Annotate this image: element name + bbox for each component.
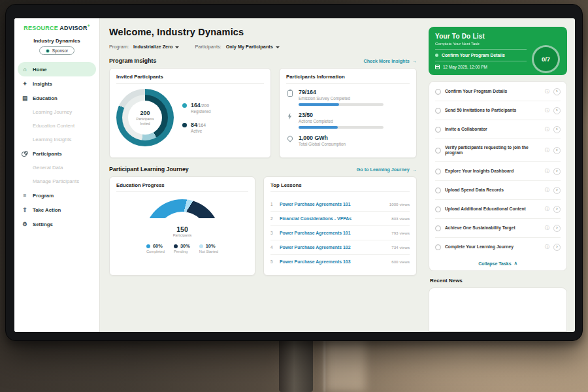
lesson-rank: 5 [270,259,274,264]
sponsor-badge[interactable]: Sponsor [39,46,75,55]
sidebar-item-home[interactable]: ⌂ Home [18,62,96,76]
legend-pct: 60% [153,243,163,249]
lesson-row: 5 Power Purchase Agreements 103 600views [270,255,410,269]
chevron-right-icon[interactable]: › [553,107,561,114]
program-select[interactable]: Industrialize Zero [133,44,179,50]
todo-progress-value: 0/7 [542,56,550,63]
donut-center-value: 200 [140,110,150,116]
todo-task-row[interactable]: Verify participants requesting to join t… [435,139,561,162]
lesson-rank: 4 [270,245,274,250]
sidebar-item-label: Take Action [33,207,61,213]
legend-label: Registered [191,109,210,114]
lesson-views: 803 [391,216,398,221]
check-more-insights-link[interactable]: Check More Insights → [364,58,417,64]
legend-item-completed: 60% Completed [146,243,165,253]
lesson-row: 2 Financial Considerations - VPPAs 803vi… [270,212,410,226]
info-icon[interactable]: ⓘ [545,147,549,154]
info-icon[interactable]: ⓘ [545,88,549,95]
task-checkbox[interactable] [435,108,441,114]
link-label: Check More Insights [364,58,410,64]
lesson-title-link[interactable]: Power Purchase Agreements 101 [280,231,385,235]
arrow-right-icon: → [412,167,417,172]
task-checkbox[interactable] [435,225,441,231]
task-checkbox[interactable] [435,169,441,174]
chevron-right-icon[interactable]: › [553,126,561,133]
lesson-title-link[interactable]: Power Purchase Agreements 101 [280,202,383,206]
info-row-actions: 23/50 Actions Completed [286,112,410,129]
lesson-title-link[interactable]: Financial Considerations - VPPAs [280,216,385,221]
chevron-up-icon: ∧ [514,261,517,266]
chevron-right-icon[interactable]: › [553,206,561,213]
task-label: Upload Spend Data Records [445,188,541,193]
chevron-right-icon[interactable]: › [553,168,561,175]
card-title: Education Progress [116,182,248,192]
sidebar-item-label: Education Content [33,123,74,129]
info-icon[interactable]: ⓘ [545,187,549,193]
sidebar-item-label: General Data [33,165,63,171]
legend-pct: 30% [180,243,190,249]
sidebar-nav: ⌂ Home ✦ Insights ▤ Education Learning J… [14,62,99,231]
sidebar-item-label: Settings [33,221,53,227]
logo-advisor: ADVISOR [59,25,87,31]
program-select-value: Industrialize Zero [133,44,172,50]
insights-cards-row: Invited Participants 200 Participants In… [109,68,417,158]
lesson-rank: 1 [270,202,274,206]
sidebar-item-program[interactable]: ≡ Program [14,188,99,203]
chevron-right-icon[interactable]: › [553,225,561,232]
recent-news-card [429,287,567,332]
task-checkbox[interactable] [435,206,441,212]
sidebar-item-participants[interactable]: Participants [14,146,99,161]
info-icon[interactable]: ⓘ [545,168,549,174]
chevron-right-icon[interactable]: › [553,187,561,194]
lesson-views: 734 [391,245,398,250]
chevron-right-icon[interactable]: › [553,244,561,251]
todo-task-row[interactable]: Send 50 Invitations to Participants ⓘ › [435,101,561,120]
todo-task-row[interactable]: Achieve One Sustainability Target ⓘ › [435,219,561,238]
lesson-title-link[interactable]: Power Purchase Agreements 102 [280,245,385,250]
task-checkbox[interactable] [435,127,441,133]
task-checkbox[interactable] [435,148,441,154]
sidebar-item-general-data[interactable]: General Data [14,161,99,174]
settings-icon: ⚙ [22,221,28,227]
chevron-right-icon[interactable]: › [553,88,561,95]
todo-task-row[interactable]: Upload Additional Educational Content ⓘ … [435,200,561,219]
lesson-rank: 3 [270,231,274,235]
info-icon[interactable]: ⓘ [545,107,549,114]
collapse-tasks-button[interactable]: Collapse Tasks ∧ [435,256,561,269]
sidebar-item-manage-participants[interactable]: Manage Participants [14,174,99,188]
info-icon[interactable]: ⓘ [545,225,549,231]
sidebar-item-label: Manage Participants [33,178,79,184]
logo-plus: + [88,24,90,28]
task-checkbox[interactable] [435,188,441,193]
sidebar-item-take-action[interactable]: ⇧ Take Action [14,203,99,217]
todo-task-row[interactable]: Upload Spend Data Records ⓘ › [435,181,561,200]
sidebar-item-label: Education [33,95,57,101]
program-insights-header: Program Insights Check More Insights → [109,57,417,64]
go-to-learning-journey-link[interactable]: Go to Learning Journey → [357,167,417,172]
participants-select[interactable]: Only My Participants [226,44,280,50]
sidebar-item-education-content[interactable]: Education Content [14,119,99,133]
legend-label: Not Started [199,250,218,253]
todo-task-row[interactable]: Invite a Collaborator ⓘ › [435,120,561,139]
task-checkbox[interactable] [435,244,441,250]
sidebar-item-learning-insights[interactable]: Learning Insights [14,133,99,146]
sidebar-item-settings[interactable]: ⚙ Settings [14,217,99,231]
card-title: Participants Information [286,74,410,84]
todo-task-row[interactable]: Confirm Your Program Details ⓘ › [435,82,561,101]
sidebar-item-learning-journey[interactable]: Learning Journey [14,105,99,119]
page-title: Welcome, Industry Dynamics [109,27,417,37]
lesson-title-link[interactable]: Power Purchase Agreements 103 [280,259,385,264]
chevron-right-icon[interactable]: › [553,147,561,154]
todo-progress-ring: 0/7 [532,45,560,73]
todo-task-row[interactable]: Explore Your Insights Dashboard ⓘ › [435,162,561,181]
sidebar-item-education[interactable]: ▤ Education [14,91,99,105]
info-icon[interactable]: ⓘ [545,126,549,133]
sidebar-item-insights[interactable]: ✦ Insights [14,76,99,91]
info-icon[interactable]: ⓘ [545,244,549,250]
info-icon[interactable]: ⓘ [545,206,549,212]
task-label: Send 50 Invitations to Participants [445,108,541,114]
task-checkbox[interactable] [435,89,441,95]
lesson-views: 600 [391,259,398,264]
task-label: Explore Your Insights Dashboard [445,169,541,174]
todo-task-row[interactable]: Complete Your Learning Journey ⓘ › [435,238,561,256]
